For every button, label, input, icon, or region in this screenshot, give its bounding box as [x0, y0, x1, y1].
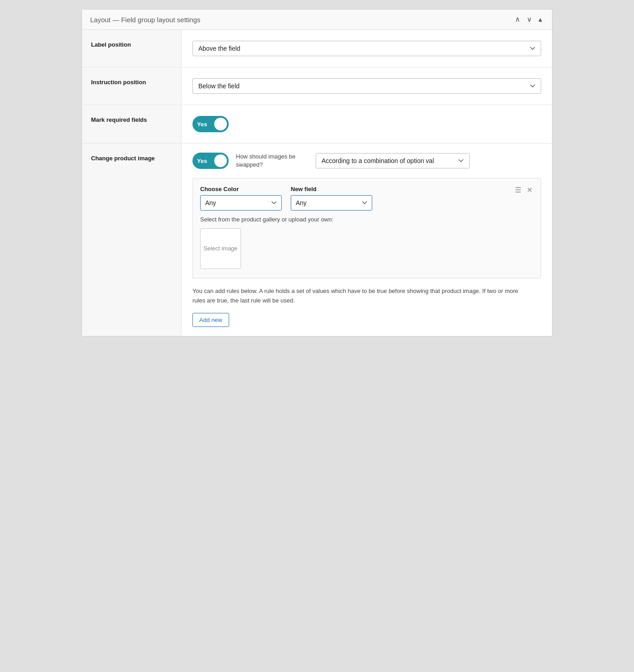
rule-box: Choose Color Any Red Blue Green New fiel…	[192, 178, 541, 278]
change-product-top: Yes How should images be swapped? Accord…	[192, 153, 541, 169]
toggle-knob-2	[214, 154, 227, 167]
mark-required-row: Mark required fields Yes	[82, 105, 552, 144]
rule-field-select-2[interactable]: Any	[291, 195, 372, 211]
toggle-knob	[214, 118, 227, 130]
mark-required-control: Yes	[182, 105, 552, 143]
instruction-position-label: Instruction position	[82, 67, 182, 105]
panel-title-sub: — Field group layout settings	[112, 16, 200, 24]
rule-remove-button[interactable]: ✕	[526, 186, 533, 195]
info-text: You can add rules below. A rule holds a …	[192, 287, 532, 306]
change-product-image-label: Change product image	[82, 144, 182, 336]
rule-field-group-1: Choose Color Any Red Blue Green	[200, 186, 282, 211]
instruction-position-select[interactable]: Below the field Above the field Hidden	[192, 78, 541, 94]
select-image-box[interactable]: Select image	[200, 228, 241, 269]
rule-field-select-1[interactable]: Any Red Blue Green	[200, 195, 282, 211]
rule-field-group-2: New field Any	[291, 186, 372, 211]
gallery-text: Select from the product gallery or uploa…	[200, 216, 533, 223]
rule-fields: Choose Color Any Red Blue Green New fiel…	[200, 186, 372, 211]
rule-field-label-2: New field	[291, 186, 372, 192]
toggle-yes-label: Yes	[194, 121, 207, 128]
collapse-up-button[interactable]: ∧	[513, 15, 522, 24]
panel-title: Layout — Field group layout settings	[90, 16, 201, 24]
add-new-button[interactable]: Add new	[192, 313, 229, 327]
select-image-label: Select image	[203, 245, 237, 253]
change-product-toggle[interactable]: Yes	[192, 153, 229, 169]
panel-title-main: Layout	[90, 16, 110, 24]
panel-header: Layout — Field group layout settings ∧ ∨…	[82, 10, 552, 30]
label-position-control: Above the field Left of the field Right …	[182, 30, 552, 67]
rule-box-header: Choose Color Any Red Blue Green New fiel…	[200, 186, 533, 211]
rule-drag-handle[interactable]: ☰	[514, 186, 522, 195]
collapse-down-button[interactable]: ∨	[525, 15, 534, 24]
label-position-row: Label position Above the field Left of t…	[82, 30, 552, 67]
rule-field-label-1: Choose Color	[200, 186, 282, 192]
mark-required-label: Mark required fields	[82, 105, 182, 143]
toggle-yes-label-2: Yes	[194, 158, 207, 164]
instruction-position-control: Below the field Above the field Hidden	[182, 67, 552, 105]
instruction-position-row: Instruction position Below the field Abo…	[82, 67, 552, 105]
label-position-label: Label position	[82, 30, 182, 67]
collapse-button[interactable]: ▴	[537, 15, 544, 24]
label-position-select[interactable]: Above the field Left of the field Right …	[192, 41, 541, 56]
layout-panel: Layout — Field group layout settings ∧ ∨…	[82, 9, 552, 336]
change-product-image-row: Change product image Yes How should imag…	[82, 144, 552, 336]
swap-method-select[interactable]: According to a combination of option val…	[316, 153, 470, 168]
mark-required-toggle[interactable]: Yes	[192, 116, 229, 132]
rule-box-icons: ☰ ✕	[514, 186, 533, 195]
swap-question-text: How should images be swapped?	[236, 153, 308, 169]
change-product-image-control: Yes How should images be swapped? Accord…	[182, 144, 552, 336]
panel-controls: ∧ ∨ ▴	[513, 15, 544, 24]
